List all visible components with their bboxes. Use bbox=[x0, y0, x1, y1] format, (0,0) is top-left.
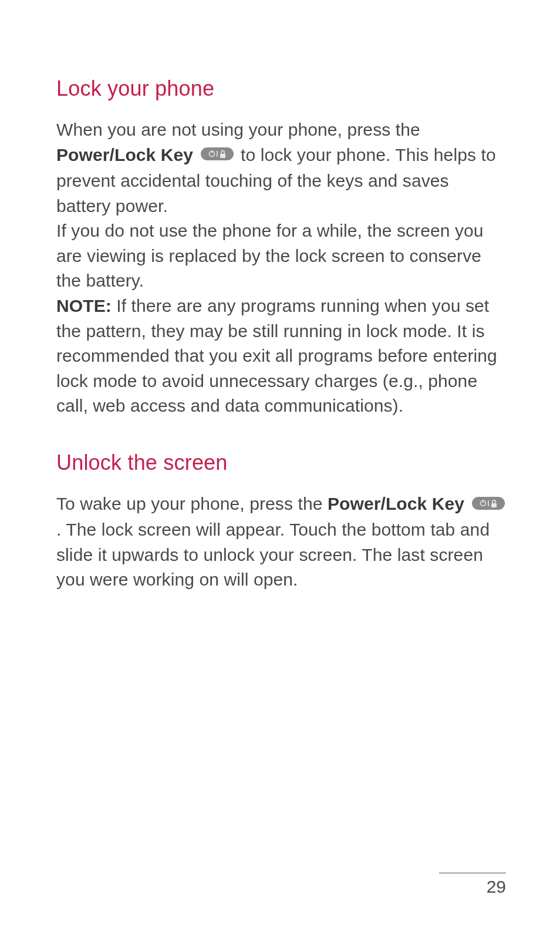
power-lock-key-icon bbox=[472, 492, 505, 517]
text-run: If there are any programs running when y… bbox=[56, 296, 497, 415]
paragraph-4: To wake up your phone, press the Power/L… bbox=[56, 492, 507, 593]
page-number: 29 bbox=[439, 877, 506, 897]
text-run: To wake up your phone, press the bbox=[56, 494, 328, 513]
paragraph-3: NOTE: If there are any programs running … bbox=[56, 294, 507, 419]
note-label: NOTE: bbox=[56, 296, 112, 315]
body-text-lock: When you are not using your phone, press… bbox=[56, 117, 507, 419]
page-footer: 29 bbox=[439, 873, 506, 897]
body-text-unlock: To wake up your phone, press the Power/L… bbox=[56, 492, 507, 593]
heading-lock-phone: Lock your phone bbox=[56, 76, 507, 101]
power-lock-key-icon bbox=[201, 142, 234, 167]
text-run: When you are not using your phone, press… bbox=[56, 120, 420, 139]
paragraph-1: When you are not using your phone, press… bbox=[56, 117, 507, 218]
power-lock-key-label: Power/Lock Key bbox=[328, 494, 464, 513]
page-number-rule bbox=[439, 873, 506, 873]
power-lock-key-label: Power/Lock Key bbox=[56, 145, 193, 164]
svg-rect-4 bbox=[220, 154, 225, 158]
section-lock-phone: Lock your phone When you are not using y… bbox=[56, 76, 507, 419]
heading-unlock-screen: Unlock the screen bbox=[56, 450, 507, 475]
text-run: . The lock screen will appear. Touch the… bbox=[56, 520, 490, 589]
section-unlock-screen: Unlock the screen To wake up your phone,… bbox=[56, 450, 507, 593]
paragraph-2: If you do not use the phone for a while,… bbox=[56, 218, 507, 294]
svg-rect-9 bbox=[491, 503, 497, 507]
